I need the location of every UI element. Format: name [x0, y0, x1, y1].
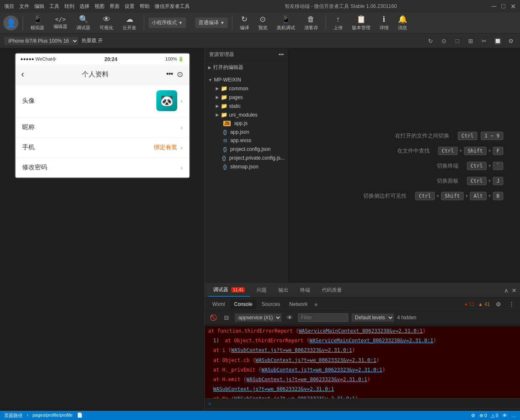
log-level-selector[interactable]: Default levels — [352, 313, 394, 322]
sub-tab-network[interactable]: Network — [285, 300, 312, 309]
preview-button[interactable]: ⊙ 预览 — [255, 13, 271, 33]
details-button[interactable]: ℹ 详情 — [376, 13, 392, 33]
menu-item-settings[interactable]: 设置 — [125, 3, 135, 10]
console-clear-icon[interactable]: 🚫 — [208, 313, 218, 323]
file-project-config-json[interactable]: {} project.config.json — [205, 145, 288, 153]
hot-reload-toggle[interactable]: 热重载 开 — [82, 37, 103, 44]
clear-cache-label: 清客存 — [304, 25, 318, 31]
avatar-button[interactable]: 👤 — [3, 15, 18, 31]
menu-item-view[interactable]: 视图 — [94, 3, 105, 10]
link-4[interactable]: WASubContext.js?t=we_80623323&v=2.31.0:1 — [262, 367, 382, 373]
notifications-button[interactable]: 🔔 消息 — [395, 13, 410, 33]
folder-common[interactable]: ▶ 📁 common — [205, 84, 288, 93]
menu-item-help[interactable]: 帮助 — [140, 3, 150, 10]
device-debug-button[interactable]: 📱 真机调试 — [273, 13, 298, 33]
link-6[interactable]: WASubContext.js?t=we_80623323&v=2.31.0:1 — [213, 386, 334, 392]
menu-item-file[interactable]: 文件 — [19, 3, 29, 10]
version-manager-button[interactable]: 📋 版本管理 — [349, 13, 374, 33]
tab-code-quality-label: 代码质量 — [322, 287, 342, 293]
project-header[interactable]: ▼ MP-WEIXIN — [205, 76, 288, 84]
maximize-button[interactable]: □ — [501, 3, 505, 10]
console-filter-icon[interactable]: ⊟ — [222, 313, 232, 323]
tab-code-quality[interactable]: 代码质量 — [317, 284, 347, 296]
explorer-more-icon[interactable]: ••• — [278, 52, 284, 58]
visualize-button[interactable]: 👁 可视化 — [96, 13, 117, 33]
menu-item-devtools[interactable]: 微信开发者工具 — [155, 3, 190, 10]
more-status-icon[interactable]: … — [511, 413, 516, 418]
cloud-button[interactable]: ☁ 云开发 — [119, 13, 140, 33]
phone-target-icon[interactable]: ⊙ — [177, 70, 183, 79]
phone-more-icon[interactable]: ••• — [166, 70, 173, 79]
editor-button[interactable]: </> 编辑器 — [50, 14, 71, 31]
simulator-button[interactable]: 📱 模拟器 — [27, 13, 48, 33]
debugger-button[interactable]: 🔍 调试器 — [73, 13, 94, 33]
file-app-wxss[interactable]: ⊟ app.wxss — [205, 136, 288, 145]
file-sitemap-json[interactable]: {} sitemap.json — [205, 162, 288, 171]
compile-selector[interactable]: 普通编译 ▼ — [195, 18, 228, 28]
settings-status-icon[interactable]: ⚙ — [471, 413, 475, 418]
settings-icon[interactable]: ⚙ — [506, 36, 516, 46]
tab-issues[interactable]: 问题 — [252, 284, 272, 296]
menu-item-project[interactable]: 项目 — [4, 3, 14, 10]
sub-tab-wxml[interactable]: Wxml — [208, 300, 229, 309]
menu-item-interface[interactable]: 界面 — [110, 3, 120, 10]
console-line-0-text: at function.thirdErrorReport (WAServiceM… — [208, 327, 426, 335]
link-1[interactable]: WAServiceMainContext_806233238&v=2.31.0:… — [309, 338, 433, 344]
folder-uni-modules[interactable]: ▶ 📁 uni_modules — [205, 110, 288, 119]
tab-output[interactable]: 输出 — [273, 284, 293, 296]
menu-item-select[interactable]: 选择 — [79, 3, 89, 10]
refresh-icon[interactable]: ↻ — [426, 36, 436, 46]
upload-button[interactable]: ↑ 上传 — [330, 13, 346, 33]
phone-back-button[interactable]: ‹ — [21, 69, 24, 80]
devtools-menu-icon[interactable]: ⋮ — [507, 299, 517, 309]
devtools-settings-icon[interactable]: ⚙ — [493, 299, 503, 309]
window-controls[interactable]: ─ □ ✕ — [492, 3, 516, 10]
tab-terminal[interactable]: 终端 — [295, 284, 315, 296]
open-editors-header[interactable]: ▶ 打开的编辑器 — [205, 63, 288, 72]
file-app-js[interactable]: JS app.js — [205, 119, 288, 127]
menu-item-edit[interactable]: 编辑 — [34, 3, 44, 10]
mode-selector[interactable]: 小程序模式 ▼ — [148, 18, 186, 28]
sub-tabs-left: Wxml Console Sources Network » — [208, 299, 319, 309]
menu-item-goto[interactable]: 转到 — [64, 3, 74, 10]
collapse-devtools-icon[interactable]: ∧ — [504, 287, 508, 294]
grid-icon[interactable]: ⊞ — [466, 36, 476, 46]
close-devtools-icon[interactable]: ✕ — [512, 287, 517, 294]
folder-uni-modules-arrow-icon: ▶ — [216, 112, 219, 117]
console-filter-input[interactable] — [298, 313, 348, 322]
sub-tab-console[interactable]: Console — [230, 300, 257, 309]
clear-cache-button[interactable]: 🗑 清客存 — [301, 13, 321, 33]
compile-button[interactable]: ↻ 编译 — [237, 13, 252, 33]
mode-label: 小程序模式 — [152, 19, 177, 26]
minimize-button[interactable]: ─ — [492, 3, 496, 10]
menu-bar[interactable]: 项目 文件 编辑 工具 转到 选择 视图 界面 设置 帮助 微信开发者工具 — [4, 3, 190, 10]
file-project-private-config[interactable]: {} project.private.config.js... — [205, 153, 288, 162]
layout-icon[interactable]: 🔲 — [492, 36, 502, 46]
phone-avatar-row[interactable]: 头像 🐼 › — [15, 84, 189, 117]
device-selector[interactable]: iPhone 6/7/8 Plus 100% 16 — [4, 37, 78, 45]
folder-static[interactable]: ▶ 📁 static — [205, 102, 288, 110]
scissors-icon[interactable]: ✂ — [479, 36, 489, 46]
menu-item-tools[interactable]: 工具 — [49, 3, 59, 10]
phone-phone-row[interactable]: 手机 绑定有奖 › — [15, 137, 189, 158]
eye-status-icon[interactable]: 👁 — [502, 413, 507, 418]
more-tabs-icon[interactable]: » — [313, 299, 319, 309]
link-5[interactable]: WASubContext.js?t=we_80623323&v=2.31.0:1 — [246, 377, 367, 382]
phone-nickname-row[interactable]: 昵称 › — [15, 117, 189, 137]
circle-icon[interactable]: ⊙ — [439, 36, 449, 46]
console-input[interactable] — [214, 401, 517, 407]
tab-debugger[interactable]: 调试器 11,41 — [208, 284, 250, 297]
link-0[interactable]: WAServiceMainContext_806233238&v=2.31.0:… — [299, 328, 423, 334]
sub-tab-sources[interactable]: Sources — [257, 300, 284, 309]
link-2[interactable]: WASubContext.js?t=we_80623323&v=2.31.0:1 — [231, 347, 352, 353]
close-button[interactable]: ✕ — [510, 3, 516, 10]
file-app-json[interactable]: {} app.json — [205, 127, 288, 136]
file-copy-icon[interactable]: 📄 — [77, 412, 83, 419]
eye-icon[interactable]: 👁 — [285, 313, 295, 323]
console-line-5: at H.emit (WASubContext.js?t=we_80623323… — [205, 375, 520, 384]
context-selector[interactable]: appservice (#1) — [235, 313, 281, 322]
phone-password-row[interactable]: 修改密码 › — [15, 158, 189, 178]
link-3[interactable]: WASubContext.js?t=we_80623323&v=2.31.0:1 — [255, 357, 376, 363]
phone-frame-icon[interactable]: □ — [452, 36, 462, 46]
folder-pages[interactable]: ▶ 📁 pages — [205, 93, 288, 102]
